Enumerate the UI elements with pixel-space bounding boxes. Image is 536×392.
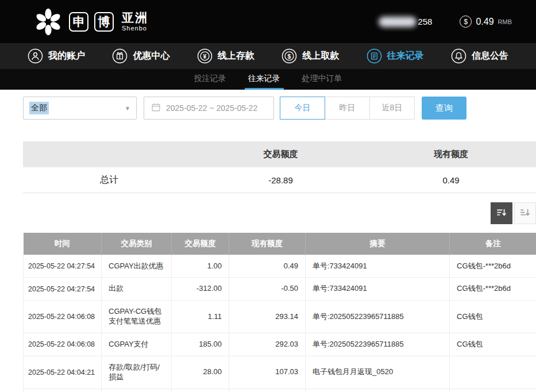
table-cell: 单号:202505223965711885	[306, 333, 450, 356]
sort-controls	[23, 202, 536, 224]
brand-subtitle: Shenbo	[122, 25, 148, 32]
tab-processing-orders[interactable]: 处理中订单	[299, 69, 346, 90]
quick-range-today-button[interactable]: 今日	[280, 97, 325, 120]
summary-total-label: 总计	[23, 174, 195, 186]
column-header: 备注	[450, 233, 536, 255]
quick-range-group: 今日 昨日 近8日	[280, 97, 415, 120]
table-cell: 293.14	[229, 301, 306, 333]
nav-item-my-account[interactable]: 我的账户	[28, 48, 85, 64]
table-cell: 185.00	[172, 333, 229, 356]
nav-item-label: 线上取款	[302, 50, 339, 62]
table-cell: 292.03	[229, 333, 306, 356]
table-cell: 0.49	[229, 255, 306, 278]
withdraw-coin-icon: $	[282, 48, 297, 64]
summary-col-balance: 现有额度	[366, 149, 536, 160]
column-header: 交易类别	[102, 233, 172, 255]
table-cell: 68.00	[172, 389, 229, 392]
table-cell	[306, 389, 450, 392]
table-row: 2025-05-22 04:04:21存款/取款/打码/损益28.00107.0…	[24, 356, 536, 389]
table-cell: CGPAY出款优惠	[102, 255, 172, 278]
sort-asc-icon	[519, 207, 531, 220]
table-row: 2025-05-22 04:06:08CGPAY支付185.00292.03单号…	[24, 333, 536, 356]
table-cell: -0.50	[229, 278, 306, 301]
table-cell: 2025-05-22 04:04:21	[24, 356, 102, 389]
summary-header-row: 交易额度 现有额度	[23, 141, 536, 167]
query-button[interactable]: 查询	[422, 97, 466, 120]
table-cell: 1.00	[172, 255, 229, 278]
balance[interactable]: $ 0.49 RMB	[460, 16, 512, 28]
nav-item-online-deposit[interactable]: ¥ 线上存款	[197, 48, 254, 64]
table-cell: 79.03	[229, 389, 306, 392]
bell-icon	[451, 48, 466, 64]
filter-row: 全部 ▼ 2025-05-22 ~ 2025-05-22 今日 昨日 近8日	[23, 97, 536, 120]
sort-ascending-button[interactable]	[514, 202, 536, 224]
nav-item-label: 往来记录	[387, 50, 424, 62]
quick-range-yesterday-button[interactable]: 昨日	[325, 97, 370, 120]
account-number-suffix: 258	[418, 17, 432, 26]
gift-icon	[112, 48, 128, 64]
nav-item-transaction-records[interactable]: 往来记录	[367, 48, 424, 64]
nav-item-announcements[interactable]: 信息公告	[451, 48, 508, 64]
account-number[interactable]: 258	[379, 17, 432, 27]
summary-col-transaction: 交易额度	[195, 149, 366, 160]
topbar: 申 博 亚洲 Shenbo 258 $ 0.49 RMB	[0, 0, 536, 43]
tab-betting-records[interactable]: 投注记录	[191, 69, 230, 90]
sub-nav: 投注记录 往来记录 处理中订单	[0, 69, 536, 90]
nav-item-label: 我的账户	[48, 50, 85, 62]
user-icon	[28, 48, 43, 64]
type-select[interactable]: 全部 ▼	[23, 97, 137, 120]
nav-item-label: 线上存款	[218, 50, 254, 62]
sort-descending-button[interactable]	[491, 202, 512, 224]
table-row: 2025-05-22 04:06:08CGPAY-CG钱包支付笔笔送优惠1.11…	[24, 301, 536, 333]
table-cell: CG钱包-***2b6d	[450, 278, 536, 301]
tab-transaction-records[interactable]: 往来记录	[245, 69, 284, 90]
brand-char-1: 申	[69, 12, 88, 32]
table-cell: 神秘彩金	[450, 389, 536, 392]
account-number-redacted	[379, 17, 417, 27]
column-header: 摘要	[306, 233, 450, 255]
main-nav: 我的账户 优惠中心 ¥ 线上存款	[0, 43, 536, 69]
date-range-input[interactable]: 2025-05-22 ~ 2025-05-22	[144, 97, 274, 120]
flower-logo-icon	[33, 7, 63, 37]
table-cell: -312.00	[172, 278, 229, 301]
brand-region: 亚洲 Shenbo	[122, 11, 148, 32]
calendar-icon	[151, 102, 161, 114]
table-cell: 单号:733424091	[306, 278, 450, 301]
column-header: 现有额度	[229, 233, 306, 255]
table-cell: 2025-05-22 04:27:54	[24, 278, 102, 301]
table-cell: CG钱包	[450, 333, 536, 356]
table-row: 2025-05-22 04:04:18活动优惠68.0079.03神秘彩金	[24, 389, 536, 392]
deposit-coin-icon: ¥	[197, 48, 213, 64]
quick-range-8days-button[interactable]: 近8日	[369, 97, 415, 120]
dollar-icon: $	[460, 16, 472, 28]
records-header-row: 时间交易类别交易额度现有额度摘要备注	[24, 233, 536, 255]
nav-item-promotions[interactable]: 优惠中心	[112, 48, 169, 64]
table-cell: 28.00	[172, 356, 229, 389]
brand-logo[interactable]: 申 博 亚洲 Shenbo	[33, 7, 148, 37]
content: 全部 ▼ 2025-05-22 ~ 2025-05-22 今日 昨日 近8日	[0, 90, 536, 392]
column-header: 交易额度	[172, 233, 229, 255]
summary-total-row: 总计 -28.89 0.49	[23, 167, 536, 193]
table-cell: 出款	[102, 278, 172, 301]
account-area: 258 $ 0.49 RMB	[379, 16, 512, 28]
summary-total-balance: 0.49	[366, 175, 536, 185]
table-cell: 107.03	[229, 356, 306, 389]
nav-item-label: 优惠中心	[133, 50, 169, 62]
table-cell: CGPAY支付	[102, 333, 172, 356]
balance-currency: RMB	[498, 18, 512, 25]
brand-region-text: 亚洲	[122, 11, 148, 24]
table-row: 2025-05-22 04:27:54出款-312.00-0.50单号:7334…	[24, 278, 536, 301]
table-row: 2025-05-22 04:27:54CGPAY出款优惠1.000.49单号:7…	[24, 255, 536, 278]
table-cell: CG钱包	[450, 301, 536, 333]
nav-item-online-withdrawal[interactable]: $ 线上取款	[282, 48, 339, 64]
table-cell: CGPAY-CG钱包支付笔笔送优惠	[102, 301, 172, 333]
page: 申 博 亚洲 Shenbo 258 $ 0.49 RMB	[0, 0, 536, 392]
table-cell: 2025-05-22 04:04:18	[24, 389, 102, 392]
table-cell: 1.11	[172, 301, 229, 333]
table-cell: 单号:202505223965711885	[306, 301, 450, 333]
type-select-value: 全部	[29, 102, 49, 114]
table-cell: 电子钱包月月返现_0520	[306, 356, 450, 389]
svg-text:¥: ¥	[203, 53, 206, 60]
table-cell: 活动优惠	[102, 389, 172, 392]
table-cell: 单号:733424091	[306, 255, 450, 278]
